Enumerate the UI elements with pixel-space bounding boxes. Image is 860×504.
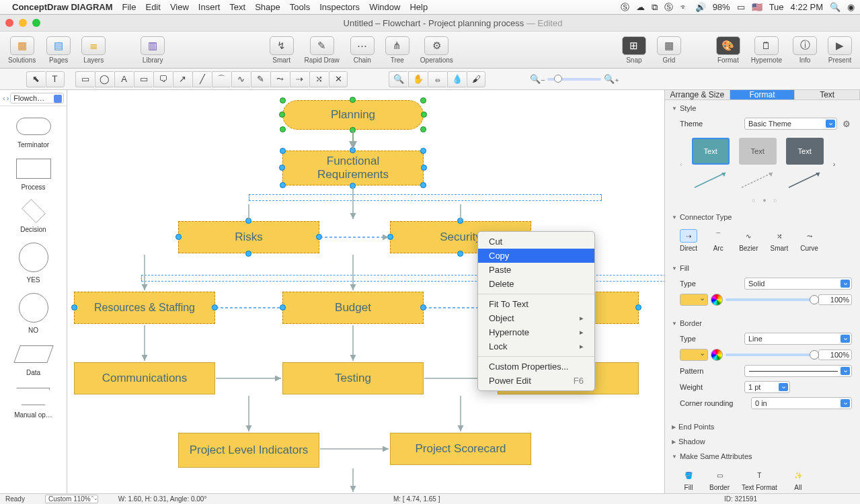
- conn-smart[interactable]: ⤭Smart: [770, 229, 788, 252]
- ctx-cut[interactable]: Cut: [478, 235, 594, 249]
- border-opacity-slider[interactable]: [726, 353, 816, 356]
- conn-curve[interactable]: ⤳Curve: [800, 229, 818, 252]
- tool-eyedropper[interactable]: 💧: [447, 71, 466, 87]
- tb-hypernote[interactable]: 🗒Hypernote: [747, 35, 786, 65]
- theme-prev[interactable]: ‹: [680, 160, 682, 168]
- menu-view[interactable]: View: [170, 2, 189, 12]
- section-border[interactable]: Border: [665, 315, 860, 330]
- tb-library[interactable]: ▥Library: [136, 35, 169, 65]
- menu-edit[interactable]: Edit: [145, 2, 160, 12]
- fill-opacity-value[interactable]: 100%: [818, 294, 852, 305]
- theme-next[interactable]: ›: [833, 160, 836, 168]
- tool-connector[interactable]: ⇢: [290, 71, 309, 87]
- traffic-minimize[interactable]: [19, 19, 27, 27]
- make-fill[interactable]: 🪣Fill: [680, 468, 697, 491]
- tb-chain[interactable]: ⋯Chain: [346, 35, 379, 65]
- node-planning[interactable]: Planning: [282, 100, 424, 130]
- border-opacity-value[interactable]: 100%: [818, 349, 852, 360]
- menu-inspectors[interactable]: Inspectors: [319, 2, 360, 12]
- tb-snap[interactable]: ⊞Snap: [618, 35, 650, 65]
- traffic-close[interactable]: [5, 19, 13, 27]
- theme-arrow-3[interactable]: [786, 170, 824, 190]
- section-make-same[interactable]: Make Same Attributes: [665, 448, 860, 463]
- node-budget[interactable]: Budget: [282, 292, 424, 324]
- spotlight-icon[interactable]: 🔍: [830, 2, 841, 12]
- border-weight-input[interactable]: 1 pt: [744, 381, 790, 393]
- tb-grid[interactable]: ▦Grid: [653, 35, 685, 65]
- tb-operations[interactable]: ⚙Operations: [416, 35, 457, 65]
- theme-swatch-1[interactable]: Text: [692, 138, 730, 165]
- border-type-dropdown[interactable]: Line: [744, 333, 852, 345]
- tool-arc[interactable]: ⌒: [212, 71, 231, 87]
- menu-text[interactable]: Text: [229, 2, 245, 12]
- tool-textbox[interactable]: ▭: [134, 71, 153, 87]
- border-pattern-dropdown[interactable]: [744, 365, 852, 377]
- tool-callout[interactable]: 🗨: [153, 71, 172, 87]
- siri-icon[interactable]: ◉: [847, 2, 855, 12]
- tb-format[interactable]: 🎨Format: [712, 35, 744, 65]
- theme-swatch-2[interactable]: Text: [739, 138, 777, 165]
- breadcrumb-fwd[interactable]: ›: [7, 94, 9, 102]
- tool-ellipse[interactable]: ◯: [95, 71, 114, 87]
- conn-arc[interactable]: ⌒Arc: [709, 229, 727, 252]
- ctx-copy[interactable]: Copy: [478, 249, 594, 263]
- ctx-lock[interactable]: Lock: [478, 339, 594, 353]
- tool-zoom-in[interactable]: 🔍₊: [602, 71, 621, 87]
- fill-color-wheel-icon[interactable]: [711, 294, 723, 306]
- menu-shape[interactable]: Shape: [255, 2, 280, 12]
- section-shadow[interactable]: Shadow: [665, 433, 860, 448]
- menu-insert[interactable]: Insert: [198, 2, 221, 12]
- tool-zoom[interactable]: 🔍: [389, 71, 407, 87]
- tab-format[interactable]: Format: [730, 90, 795, 99]
- breadcrumb-back[interactable]: ‹: [3, 94, 5, 102]
- tool-smart-connector[interactable]: ⤭: [309, 71, 328, 87]
- tb-layers[interactable]: ≣Layers: [77, 35, 110, 65]
- corner-rounding-dropdown[interactable]: 0 in: [751, 397, 852, 409]
- fill-color-chip[interactable]: [680, 294, 708, 306]
- tb-solutions[interactable]: ▦Solutions: [4, 35, 40, 65]
- tb-pages[interactable]: ▤Pages: [42, 35, 75, 65]
- fill-type-dropdown[interactable]: Solid: [744, 278, 852, 290]
- app-name[interactable]: ConceptDraw DIAGRAM: [12, 2, 113, 12]
- tool-line[interactable]: ╱: [192, 71, 211, 87]
- tool-arrow[interactable]: ↗: [173, 71, 192, 87]
- shape-terminator[interactable]: Terminator: [15, 114, 52, 149]
- conn-bezier[interactable]: ∿Bezier: [739, 229, 758, 252]
- tool-pointer[interactable]: ⬉: [26, 71, 45, 87]
- conn-direct[interactable]: ⇢Direct: [680, 229, 697, 252]
- shape-process[interactable]: Process: [15, 157, 52, 191]
- tool-text[interactable]: A: [114, 71, 133, 87]
- library-dropdown[interactable]: Flowch…: [10, 93, 64, 103]
- theme-arrow-1[interactable]: [692, 170, 730, 190]
- border-color-wheel-icon[interactable]: [711, 349, 723, 361]
- theme-arrow-2[interactable]: [739, 170, 777, 190]
- ctx-delete[interactable]: Delete: [478, 277, 594, 291]
- menu-window[interactable]: Window: [369, 2, 400, 12]
- ctx-power-edit[interactable]: Power EditF6: [478, 374, 594, 388]
- menu-help[interactable]: Help: [409, 2, 428, 12]
- ctx-custom-properties[interactable]: Custom Properties...: [478, 360, 594, 374]
- node-resources[interactable]: Resources & Staffing: [74, 292, 215, 324]
- node-project-level-indicators[interactable]: Project Level Indicators: [178, 433, 319, 468]
- shape-no[interactable]: NO: [15, 292, 52, 334]
- fill-opacity-slider[interactable]: [726, 298, 816, 301]
- theme-swatch-3[interactable]: Text: [786, 138, 824, 165]
- make-text-format[interactable]: TText Format: [742, 468, 777, 491]
- node-testing[interactable]: Testing: [282, 362, 424, 394]
- menu-tools[interactable]: Tools: [290, 2, 310, 12]
- tool-paint[interactable]: 🖌: [467, 71, 485, 87]
- node-project-scorecard[interactable]: Project Scorecard: [390, 433, 531, 465]
- tool-spline[interactable]: ∿: [231, 71, 250, 87]
- zoom-dropdown[interactable]: Custom 110%: [45, 495, 98, 503]
- tool-connection-point[interactable]: ✕: [329, 71, 348, 87]
- section-end-points[interactable]: End Points: [665, 419, 860, 433]
- traffic-zoom[interactable]: [32, 19, 40, 27]
- make-border[interactable]: ▭Border: [709, 468, 730, 491]
- tool-text-select[interactable]: Ꭲ: [46, 71, 65, 87]
- ctx-hypernote[interactable]: Hypernote: [478, 325, 594, 339]
- tool-zoom-out[interactable]: 🔍₋: [528, 71, 547, 87]
- theme-gear-icon[interactable]: ⚙: [841, 118, 852, 129]
- make-all[interactable]: ✨All: [789, 468, 807, 491]
- tb-info[interactable]: ⓘInfo: [789, 35, 821, 65]
- tool-stamp[interactable]: ⏛: [428, 71, 446, 87]
